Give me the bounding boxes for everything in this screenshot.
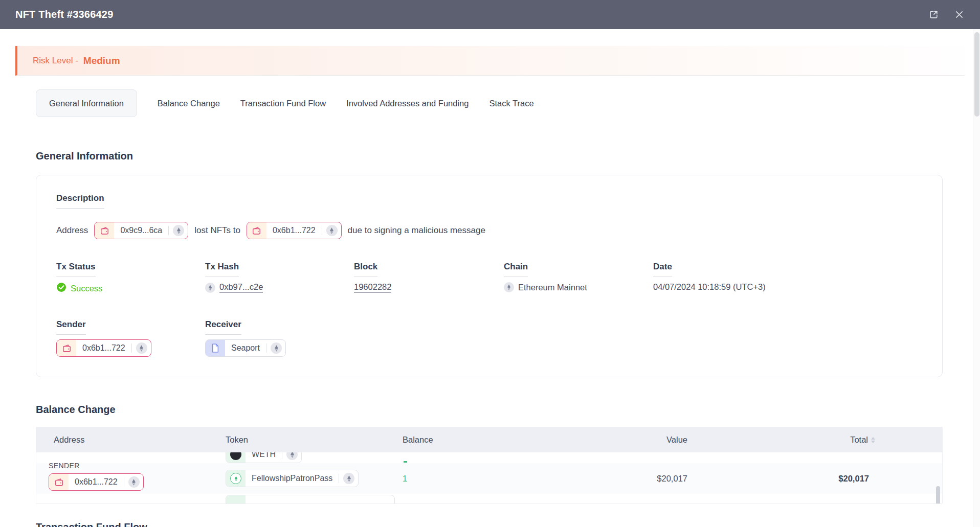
risk-level-value: Medium — [83, 55, 120, 66]
weth-token-icon — [226, 452, 246, 463]
column-value: Value — [666, 427, 687, 452]
general-information-card — [36, 175, 943, 377]
token-name: FellowshipPatronPass — [246, 474, 335, 483]
tx-hash-value: 0xb97...c2e — [205, 282, 263, 293]
value-cell: $20,017 — [657, 474, 687, 484]
column-token: Token — [226, 427, 248, 452]
modal-titlebar: NFT Theft #3366429 — [0, 0, 980, 29]
balance-value: 1 — [403, 474, 407, 484]
tx-hash-link[interactable]: 0xb97...c2e — [219, 282, 263, 293]
tx-status-label: Tx Status — [56, 262, 96, 277]
tab-general-information[interactable]: General Information — [36, 89, 137, 117]
wallet-icon — [95, 222, 114, 239]
success-check-icon — [56, 282, 66, 294]
tab-transaction-fund-flow[interactable]: Transaction Fund Flow — [240, 99, 326, 108]
risk-level-label: Risk Level - — [33, 56, 78, 66]
block-label: Block — [354, 262, 377, 277]
tx-hash-label: Tx Hash — [205, 262, 239, 277]
description-suffix: due to signing a malicious message — [348, 225, 485, 236]
total-cell: $20,017 — [838, 474, 869, 484]
close-icon[interactable] — [953, 9, 965, 20]
page-scrollbar-thumb[interactable] — [974, 32, 979, 117]
risk-level-banner: Risk Level - Medium — [15, 46, 965, 76]
clipped-balance-value — [404, 461, 407, 463]
table-header: Address Token Balance Value Total — [36, 427, 942, 452]
balance-change-heading: Balance Change — [36, 404, 116, 416]
page-scrollbar[interactable] — [973, 29, 980, 527]
ethereum-icon — [205, 283, 215, 293]
ethereum-chain-icon — [128, 476, 140, 488]
row-address: 0x6b1...722 — [69, 477, 120, 487]
date-label: Date — [653, 262, 672, 277]
address-role-label: SENDER — [49, 462, 80, 470]
sort-icon[interactable] — [871, 437, 875, 443]
tab-balance-change[interactable]: Balance Change — [158, 99, 220, 108]
wallet-icon — [57, 340, 76, 356]
date-value: 04/07/2024 10:18:59 (UTC+3) — [653, 282, 766, 292]
chain-value: Ethereum Mainnet — [504, 282, 587, 292]
sender-label: Sender — [56, 319, 86, 335]
general-information-heading: General Information — [36, 150, 133, 162]
token-chip-fellowshippatronpass[interactable]: FellowshipPatronPass — [226, 470, 359, 487]
tab-stack-trace[interactable]: Stack Trace — [489, 99, 533, 108]
victim-address: 0x9c9...6ca — [114, 226, 164, 235]
column-balance: Balance — [403, 427, 433, 452]
table-row — [36, 463, 942, 494]
tx-status-value: Success — [56, 282, 102, 294]
description-prefix: Address — [56, 225, 88, 236]
victim-address-chip[interactable]: 0x9c9...6ca — [94, 222, 188, 239]
column-total: Total — [850, 427, 875, 452]
token-chip-weth[interactable]: WETH — [226, 452, 302, 463]
nft-token-icon — [226, 470, 246, 487]
ethereum-chain-icon — [286, 452, 298, 460]
sender-address-chip[interactable]: 0x6b1...722 — [56, 339, 151, 357]
wallet-icon — [247, 222, 266, 239]
block-link[interactable]: 19602282 — [354, 282, 391, 293]
receiver-name: Seaport — [225, 343, 262, 353]
ethereum-chain-icon — [326, 225, 338, 236]
balance-change-table: Address Token Balance Value Total WETH — [36, 427, 943, 504]
block-value: 19602282 — [354, 282, 391, 293]
token-name: WETH — [246, 452, 278, 459]
column-address: Address — [54, 427, 85, 452]
wallet-icon — [49, 474, 69, 490]
table-scrollbar-thumb[interactable] — [936, 486, 940, 503]
ethereum-icon — [504, 282, 514, 292]
tab-involved-addresses[interactable]: Involved Addresses and Funding — [346, 99, 469, 108]
description-label: Description — [56, 193, 104, 209]
ethereum-chain-icon — [343, 473, 354, 484]
table-body[interactable]: WETH SENDER 0x6b1...722 — [36, 452, 942, 503]
tab-bar: General Information Balance Change Trans… — [36, 89, 534, 117]
ethereum-chain-icon — [136, 342, 147, 354]
transaction-fund-flow-heading: Transaction Fund Flow — [36, 521, 147, 527]
chain-label: Chain — [504, 262, 528, 277]
contract-icon — [206, 340, 225, 356]
modal-title: NFT Theft #3366429 — [15, 9, 113, 20]
ethereum-chain-icon — [173, 225, 184, 236]
attacker-address-chip[interactable]: 0x6b1...722 — [247, 222, 342, 239]
open-in-new-icon[interactable] — [928, 9, 939, 20]
token-icon — [226, 495, 246, 503]
token-chip-partial[interactable] — [226, 495, 395, 503]
ethereum-chain-icon — [271, 342, 282, 354]
sender-address-chip[interactable]: 0x6b1...722 — [49, 473, 144, 491]
description-row: Address 0x9c9...6ca lost NFTs to — [56, 222, 485, 239]
description-middle: lost NFTs to — [194, 225, 240, 236]
attacker-address: 0x6b1...722 — [266, 226, 318, 235]
receiver-contract-chip[interactable]: Seaport — [205, 339, 286, 357]
nft-theft-modal: NFT Theft #3366429 Risk Level - Medium G… — [0, 0, 980, 527]
receiver-label: Receiver — [205, 319, 241, 335]
sender-address: 0x6b1...722 — [76, 343, 127, 353]
